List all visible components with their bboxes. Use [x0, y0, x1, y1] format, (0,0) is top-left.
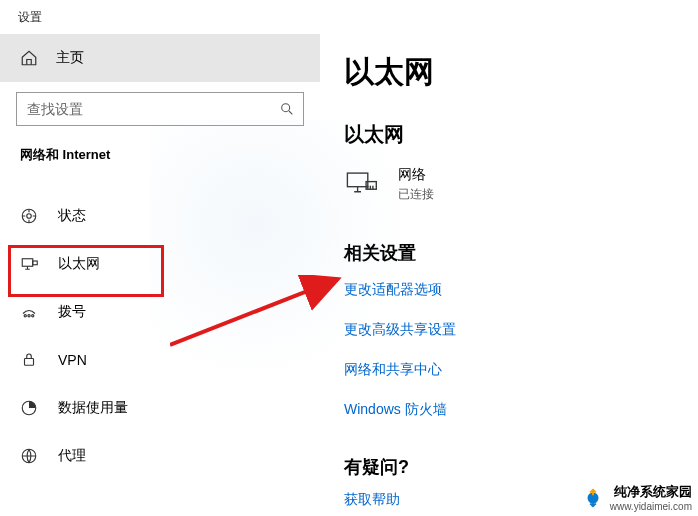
link-get-help[interactable]: 获取帮助 [344, 491, 698, 509]
search-box[interactable] [16, 92, 304, 126]
main-panel: 以太网 以太网 网络 已连接 相关设置 更改适配器选项 更改高级共享设置 网络和… [320, 34, 698, 516]
sidebar-item-status[interactable]: 状态 [0, 192, 320, 240]
sidebar-item-dialup[interactable]: 拨号 [0, 288, 320, 336]
search-icon [279, 101, 295, 117]
svg-point-0 [282, 104, 290, 112]
network-text: 网络 已连接 [398, 166, 434, 203]
sidebar-item-label: 以太网 [58, 255, 100, 273]
sidebar-item-label: VPN [58, 352, 87, 368]
network-status: 已连接 [398, 186, 434, 203]
link-network-center[interactable]: 网络和共享中心 [344, 361, 698, 379]
network-name: 网络 [398, 166, 434, 184]
sidebar-item-label: 状态 [58, 207, 86, 225]
sidebar-item-vpn[interactable]: VPN [0, 336, 320, 384]
home-nav[interactable]: 主页 [0, 34, 320, 82]
svg-point-5 [24, 315, 26, 317]
monitor-network-icon [344, 168, 378, 202]
svg-point-7 [32, 315, 34, 317]
ethernet-heading: 以太网 [344, 121, 698, 148]
sidebar-item-datausage[interactable]: 数据使用量 [0, 384, 320, 432]
proxy-icon [20, 447, 38, 465]
page-title: 以太网 [344, 52, 698, 93]
sidebar-nav: 状态 以太网 拨号 [0, 192, 320, 480]
window-header: 设置 [0, 0, 698, 34]
link-windows-firewall[interactable]: Windows 防火墙 [344, 401, 698, 419]
link-adapter-options[interactable]: 更改适配器选项 [344, 281, 698, 299]
question-section: 有疑问? 获取帮助 [344, 455, 698, 509]
data-usage-icon [20, 399, 38, 417]
sidebar-item-label: 拨号 [58, 303, 86, 321]
sidebar: 主页 网络和 Internet [0, 34, 320, 516]
related-heading: 相关设置 [344, 241, 698, 265]
related-settings: 相关设置 更改适配器选项 更改高级共享设置 网络和共享中心 Windows 防火… [344, 241, 698, 419]
search-input[interactable] [27, 101, 279, 117]
svg-rect-4 [33, 261, 38, 265]
dialup-icon [20, 303, 38, 321]
network-entry[interactable]: 网络 已连接 [344, 166, 698, 203]
window-title: 设置 [18, 9, 42, 26]
svg-point-2 [27, 214, 32, 219]
sidebar-section-title: 网络和 Internet [0, 136, 320, 174]
sidebar-item-ethernet[interactable]: 以太网 [0, 240, 320, 288]
question-heading: 有疑问? [344, 455, 698, 479]
link-advanced-sharing[interactable]: 更改高级共享设置 [344, 321, 698, 339]
vpn-icon [20, 351, 38, 369]
content-container: 主页 网络和 Internet [0, 34, 698, 516]
ethernet-icon [20, 255, 38, 273]
status-icon [20, 207, 38, 225]
svg-point-6 [28, 315, 30, 317]
svg-rect-8 [25, 359, 34, 366]
svg-rect-11 [347, 173, 367, 187]
search-wrap [0, 82, 320, 136]
home-icon [20, 49, 38, 67]
sidebar-item-label: 数据使用量 [58, 399, 128, 417]
sidebar-item-proxy[interactable]: 代理 [0, 432, 320, 480]
home-label: 主页 [56, 49, 84, 67]
sidebar-item-label: 代理 [58, 447, 86, 465]
svg-rect-3 [22, 259, 33, 267]
